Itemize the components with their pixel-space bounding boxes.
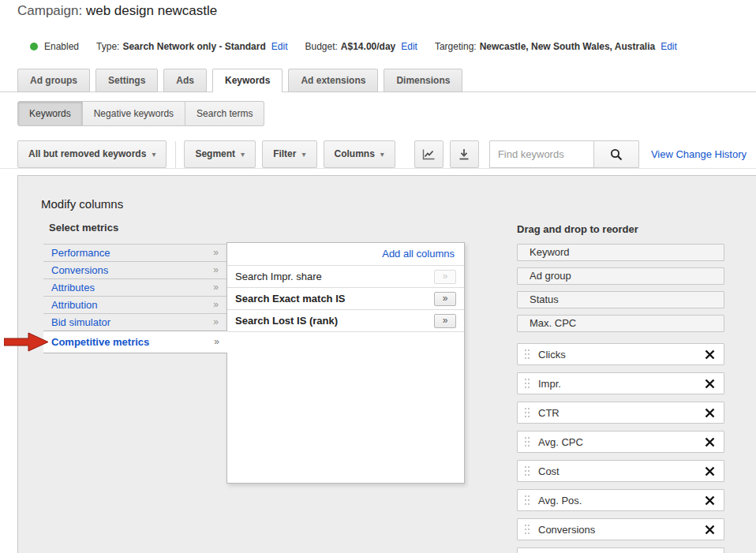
view-filter-label: All but removed keywords — [28, 141, 146, 167]
targeting-edit-link[interactable]: Edit — [661, 41, 677, 52]
double-chevron-icon: » — [213, 262, 219, 278]
double-chevron-icon: » — [213, 297, 219, 313]
drag-column-ctr[interactable]: CTR — [517, 402, 724, 424]
columns-dropdown[interactable]: Columns ▾ — [324, 140, 395, 168]
fixed-column-max-cpc: Max. CPC — [517, 315, 724, 332]
drag-column-impr[interactable]: Impr. — [517, 372, 724, 394]
add-all-row: Add all columns — [227, 243, 464, 265]
column-label: Avg. CPC — [538, 436, 583, 448]
metric-label: Search Impr. share — [235, 271, 322, 282]
double-chevron-icon: » — [213, 279, 219, 296]
line-chart-icon — [422, 149, 435, 160]
remove-column-icon[interactable] — [705, 349, 715, 360]
toolbar-divider — [0, 168, 756, 169]
drag-handle-icon[interactable] — [525, 525, 530, 535]
category-label: Competitive metrics — [51, 336, 149, 348]
subtab-search-terms[interactable]: Search terms — [185, 101, 264, 126]
type-value: Search Network only - Standard — [122, 41, 265, 52]
remove-column-icon[interactable] — [705, 525, 715, 535]
campaign-name: web design newcastle — [86, 3, 217, 18]
subtab-keywords[interactable]: Keywords — [17, 101, 83, 126]
tab-ad-groups[interactable]: Ad groups — [17, 69, 90, 92]
download-button[interactable] — [450, 140, 479, 168]
column-label: CTR — [538, 407, 560, 419]
type-status: Type: Search Network only - Standard Edi… — [96, 41, 287, 52]
filter-label: Filter — [273, 141, 296, 167]
tab-settings[interactable]: Settings — [95, 69, 158, 92]
view-change-history-link[interactable]: View Change History — [651, 148, 747, 160]
campaign-status-bar: Enabled Type: Search Network only - Stan… — [30, 41, 677, 52]
sub-tab-bar: Keywords Negative keywords Search terms — [17, 101, 264, 126]
metric-row-search-impr-share: Search Impr. share » — [227, 265, 464, 287]
chevron-down-icon: ▾ — [380, 141, 384, 167]
drag-handle-icon[interactable] — [525, 466, 530, 476]
column-label: Impr. — [538, 378, 561, 390]
type-edit-link[interactable]: Edit — [271, 41, 288, 52]
double-chevron-icon: » — [214, 331, 219, 353]
metric-label: Search Exact match IS — [235, 293, 345, 305]
drag-handle-icon[interactable] — [525, 495, 530, 506]
download-icon — [458, 148, 470, 160]
search-button[interactable] — [593, 140, 639, 168]
page-title: Campaign: web design newcastle — [17, 3, 217, 19]
category-attributes[interactable]: Attributes » — [43, 279, 226, 297]
targeting-label: Targeting: — [435, 41, 477, 52]
metric-row-search-exact-match-is: Search Exact match IS » — [227, 287, 464, 309]
category-bid-simulator[interactable]: Bid simulator » — [43, 314, 226, 331]
available-metrics-panel: Add all columns Search Impr. share » Sea… — [226, 242, 465, 484]
tab-ad-extensions[interactable]: Ad extensions — [288, 69, 378, 92]
category-conversions[interactable]: Conversions » — [43, 262, 226, 279]
category-label: Bid simulator — [51, 316, 110, 328]
drag-handle-icon[interactable] — [525, 379, 530, 389]
remove-column-icon[interactable] — [705, 408, 715, 418]
chart-button[interactable] — [414, 140, 443, 168]
drag-column-partial[interactable] — [517, 547, 724, 553]
add-metric-button[interactable]: » — [434, 292, 456, 306]
drag-column-avg-cpc[interactable]: Avg. CPC — [517, 431, 724, 453]
category-attribution[interactable]: Attribution » — [43, 297, 226, 314]
tab-dimensions[interactable]: Dimensions — [384, 69, 462, 92]
budget-label: Budget: — [305, 41, 337, 52]
category-performance[interactable]: Performance » — [43, 245, 226, 262]
main-tab-bar: Ad groups Settings Ads Keywords Ad exten… — [17, 69, 468, 92]
drag-column-conversions[interactable]: Conversions — [517, 518, 724, 540]
remove-column-icon[interactable] — [705, 379, 715, 389]
drag-column-clicks[interactable]: Clicks — [517, 343, 724, 365]
chevron-down-icon: ▾ — [241, 141, 245, 167]
chevron-down-icon: ▾ — [301, 141, 305, 167]
enabled-label: Enabled — [44, 41, 79, 52]
category-competitive-metrics[interactable]: Competitive metrics » — [43, 331, 227, 353]
drag-handle-icon[interactable] — [525, 408, 530, 418]
toolbar-separator — [175, 141, 176, 168]
tab-ads[interactable]: Ads — [163, 69, 207, 92]
double-chevron-icon: » — [213, 245, 219, 261]
tab-keywords[interactable]: Keywords — [212, 69, 283, 92]
find-keywords-input[interactable] — [489, 140, 594, 168]
campaign-label: Campaign: — [17, 3, 82, 18]
budget-status: Budget: A$14.00/day Edit — [305, 41, 417, 52]
add-metric-button[interactable]: » — [434, 314, 456, 328]
drag-column-avg-pos[interactable]: Avg. Pos. — [517, 489, 724, 511]
add-metric-button-disabled: » — [434, 270, 456, 284]
add-all-columns-link[interactable]: Add all columns — [382, 248, 455, 260]
remove-column-icon[interactable] — [705, 466, 715, 476]
filter-dropdown[interactable]: Filter ▾ — [262, 140, 316, 168]
modify-columns-title: Modify columns — [41, 197, 123, 211]
drag-handle-icon[interactable] — [525, 349, 530, 360]
remove-column-icon[interactable] — [705, 437, 715, 447]
drag-handle-icon[interactable] — [525, 437, 530, 447]
remove-column-icon[interactable] — [705, 495, 715, 506]
targeting-value: Newcastle, New South Wales, Australia — [480, 41, 656, 52]
drag-column-cost[interactable]: Cost — [517, 460, 724, 482]
metric-row-search-lost-is-rank: Search Lost IS (rank) » — [227, 309, 464, 331]
view-filter-dropdown[interactable]: All but removed keywords ▾ — [17, 140, 167, 168]
column-label: Avg. Pos. — [538, 495, 582, 506]
budget-edit-link[interactable]: Edit — [401, 41, 417, 52]
subtab-negative-keywords[interactable]: Negative keywords — [83, 101, 185, 126]
category-label: Performance — [51, 247, 110, 259]
metric-label: Search Lost IS (rank) — [235, 315, 338, 327]
segment-dropdown[interactable]: Segment ▾ — [184, 140, 256, 168]
double-chevron-icon: » — [213, 314, 219, 331]
category-label: Attribution — [51, 299, 98, 311]
column-label: Cost — [538, 465, 560, 477]
